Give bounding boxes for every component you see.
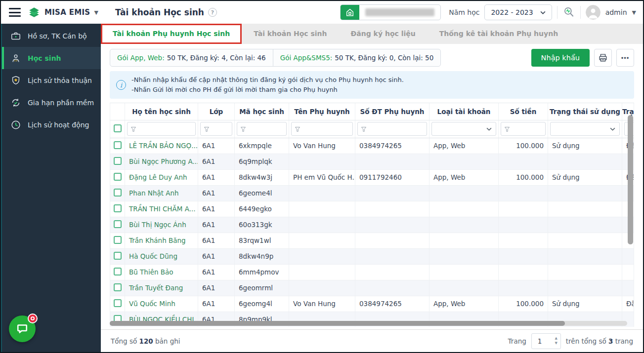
cell-amount bbox=[499, 217, 548, 233]
table-row[interactable]: Hà Quốc Dũng 6A1 8dkw4n9p bbox=[110, 248, 634, 264]
school-year-select[interactable]: 2022 - 2023 bbox=[484, 4, 552, 20]
header-lop[interactable]: Lớp bbox=[198, 103, 235, 120]
funnel-icon bbox=[240, 126, 246, 132]
sidebar-item-lich-su-thoa-thuan[interactable]: Lịch sử thỏa thuận bbox=[2, 69, 101, 91]
cell-account-type: App, Web bbox=[429, 296, 499, 312]
header-ten-phu-huynh[interactable]: Tên Phụ huynh bbox=[289, 103, 355, 120]
misa-emis-logo-icon bbox=[28, 5, 41, 20]
row-checkbox[interactable] bbox=[114, 157, 122, 165]
print-button[interactable] bbox=[594, 49, 612, 67]
filter-loai-tai-khoan-select[interactable] bbox=[431, 122, 496, 136]
table-row[interactable]: Bùi Thị Ngọc Ánh 6A1 60o313gk bbox=[110, 217, 634, 233]
table-row[interactable]: Bùi Ngọc Phương A... 6A1 6q9mplqk bbox=[110, 154, 634, 169]
table-row[interactable]: Đặng Lê Duy Anh 6A1 8dkw4w3j PH em Vũ Qu… bbox=[110, 169, 634, 185]
cell-student-name[interactable]: Bùi Thị Ngọc Ánh bbox=[125, 217, 198, 233]
more-options-button[interactable]: ••• bbox=[616, 49, 634, 67]
table-row[interactable]: Bũ Thiên Bảo 6A1 6mm4pmov bbox=[110, 264, 634, 280]
school-year-value: 2022 - 2023 bbox=[491, 8, 533, 16]
cell-parent-name: Vo Van Hung bbox=[289, 138, 355, 154]
cell-student-name[interactable]: Vũ Quốc Minh bbox=[125, 296, 198, 312]
user-chevron-down-icon[interactable]: ▼ bbox=[632, 9, 636, 16]
row-checkbox[interactable] bbox=[114, 268, 122, 275]
cell-student-name[interactable]: TRẦN THI CHĂM A... bbox=[125, 201, 198, 217]
home-school-icon[interactable] bbox=[341, 4, 359, 20]
tab-tai-khoan-phu-huynh-hoc-sinh[interactable]: Tài khoản Phụ huynh Học sinh bbox=[101, 24, 242, 44]
school-year-label: Năm học bbox=[449, 8, 479, 16]
filter-ten-phu-huynh[interactable] bbox=[291, 122, 353, 136]
select-all-checkbox[interactable] bbox=[114, 124, 122, 132]
page-down-icon[interactable]: ▼ bbox=[555, 342, 557, 345]
sidebar-item-ho-so-tk-can-bo[interactable]: Hồ sơ, TK Cán bộ bbox=[2, 25, 101, 47]
cell-student-name[interactable]: Bũ Thiên Bảo bbox=[125, 264, 198, 280]
row-checkbox[interactable] bbox=[114, 299, 122, 307]
filter-so-dt[interactable] bbox=[357, 122, 427, 136]
table-row[interactable]: Phan Nhật Anh 6A1 6geome4l bbox=[110, 185, 634, 201]
hamburger-menu-icon[interactable] bbox=[9, 8, 21, 17]
user-avatar[interactable] bbox=[586, 5, 601, 20]
cell-student-name[interactable]: Trần Khánh Băng bbox=[125, 233, 198, 248]
sidebar-item-hoc-sinh[interactable]: Học sinh bbox=[2, 47, 101, 69]
import-button[interactable]: Nhập khẩu bbox=[531, 49, 590, 67]
cell-account-type bbox=[429, 217, 499, 233]
header-ho-ten-hoc-sinh[interactable]: Họ tên học sinh bbox=[125, 103, 198, 120]
tab-thong-ke-tai-khoan-phu-huynh[interactable]: Thống kê tài khoản Phụ huynh bbox=[428, 24, 570, 44]
horizontal-scrollbar[interactable] bbox=[110, 321, 627, 326]
tab-dang-ky-hoc-lieu[interactable]: Đăng ký học liệu bbox=[339, 24, 428, 44]
cell-student-code: 6449egko bbox=[235, 201, 289, 217]
tab-bar: Tài khoản Phụ huynh Học sinh Tài khoản H… bbox=[101, 24, 643, 44]
cell-parent-phone bbox=[355, 154, 429, 169]
page-number-stepper[interactable]: 1 ▲▼ bbox=[531, 333, 561, 349]
row-checkbox[interactable] bbox=[114, 220, 122, 228]
table-row[interactable]: Trần Khánh Băng 6A1 83rqw1wl bbox=[110, 233, 634, 248]
page-up-icon[interactable]: ▲ bbox=[555, 337, 557, 340]
cell-student-name[interactable]: LÊ TRẦN BẢO NGỌ... bbox=[125, 138, 198, 154]
header-so-tien[interactable]: Số tiền bbox=[499, 103, 548, 120]
filter-lop[interactable] bbox=[200, 122, 232, 136]
page-number-value[interactable]: 1 bbox=[538, 337, 555, 345]
school-selector[interactable] bbox=[340, 4, 441, 20]
row-checkbox[interactable] bbox=[114, 141, 122, 149]
filter-so-tien[interactable] bbox=[501, 122, 546, 136]
row-checkbox[interactable] bbox=[114, 173, 122, 181]
cell-amount bbox=[499, 185, 548, 201]
vertical-scrollbar-thumb[interactable] bbox=[628, 115, 633, 244]
user-name[interactable]: admin bbox=[605, 8, 627, 16]
brand-chevron-down-icon[interactable]: ▼ bbox=[94, 9, 98, 16]
row-checkbox[interactable] bbox=[114, 283, 122, 291]
cell-student-name[interactable]: Phan Nhật Anh bbox=[125, 185, 198, 201]
help-icon[interactable]: ? bbox=[208, 8, 217, 17]
package-app-web-summary: Gói App, Web: 50 TK, Đăng ký: 4, Còn lại… bbox=[110, 49, 273, 67]
cell-amount bbox=[499, 154, 548, 169]
diagnostics-magnifier-icon[interactable] bbox=[562, 6, 575, 19]
sidebar-item-lich-su-hoat-dong[interactable]: Lịch sử hoạt động bbox=[2, 114, 101, 136]
row-checkbox[interactable] bbox=[114, 204, 122, 212]
row-checkbox[interactable] bbox=[114, 189, 122, 196]
brand[interactable]: MISA EMIS ▼ bbox=[28, 5, 98, 20]
cell-student-name[interactable]: Hà Quốc Dũng bbox=[125, 248, 198, 264]
row-checkbox[interactable] bbox=[114, 236, 122, 244]
cell-activation-status bbox=[622, 264, 634, 280]
filter-trang-thai-select[interactable] bbox=[550, 122, 620, 136]
table-row[interactable]: LÊ TRẦN BẢO NGỌ... 6A1 6xkmpqle Vo Van H… bbox=[110, 138, 634, 154]
header-ma-hoc-sinh[interactable]: Mã học sinh bbox=[235, 103, 289, 120]
header-so-dt-phu-huynh[interactable]: Số ĐT Phụ huynh bbox=[355, 103, 429, 120]
header-trang-thai-su-dung[interactable]: Trạng thái sử dụng bbox=[548, 103, 622, 120]
header-loai-tai-khoan[interactable]: Loại tài khoản bbox=[429, 103, 499, 120]
cell-usage-status: Sử dụng bbox=[548, 296, 622, 312]
table-row[interactable]: TRẦN THI CHĂM A... 6A1 6449egko bbox=[110, 201, 634, 217]
sidebar-item-gia-han-phan-mem[interactable]: Gia hạn phần mềm bbox=[2, 91, 101, 114]
cell-student-name[interactable]: Đặng Lê Duy Anh bbox=[125, 169, 198, 185]
cell-student-name[interactable]: Trần Tuyết Đang bbox=[125, 280, 198, 296]
chat-widget-button[interactable] bbox=[9, 315, 36, 342]
total-records-prefix: Tổng số bbox=[111, 337, 137, 345]
cell-student-code: 60o313gk bbox=[235, 217, 289, 233]
footer-bar: Tổng số 120 bản ghi Trang 1 ▲▼ trên tổng… bbox=[101, 329, 643, 352]
table-row[interactable]: Vũ Quốc Minh 6A1 6geomg4l Vo Van Hung 03… bbox=[110, 296, 634, 312]
cell-student-name[interactable]: Bùi Ngọc Phương A... bbox=[125, 154, 198, 169]
filter-ho-ten[interactable] bbox=[127, 122, 196, 136]
row-checkbox[interactable] bbox=[114, 252, 122, 260]
table-row[interactable]: Trần Tuyết Đang 6A1 6geomrml bbox=[110, 280, 634, 296]
filter-ma-hoc-sinh[interactable] bbox=[237, 122, 287, 136]
horizontal-scrollbar-thumb[interactable] bbox=[110, 321, 565, 326]
tab-tai-khoan-hoc-sinh[interactable]: Tài khoản Học sinh bbox=[242, 24, 339, 44]
